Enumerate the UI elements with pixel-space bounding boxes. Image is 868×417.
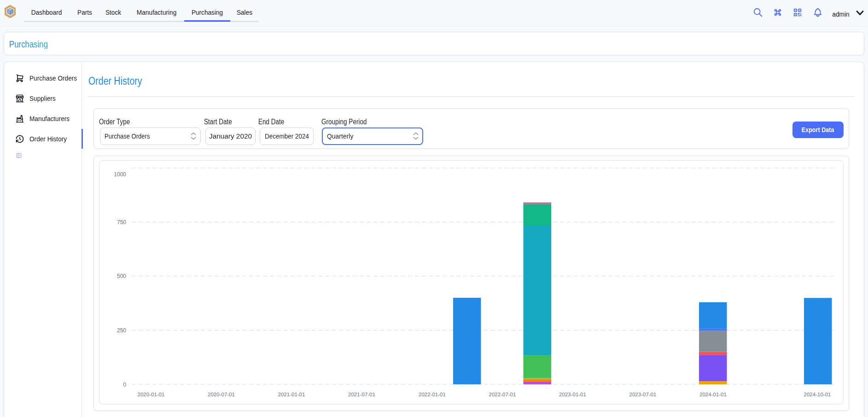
svg-text:2020-01-01: 2020-01-01: [137, 392, 164, 397]
svg-text:2024-01-01: 2024-01-01: [699, 392, 727, 397]
svg-text:2020-07-01: 2020-07-01: [208, 392, 235, 397]
svg-text:2023-07-01: 2023-07-01: [629, 392, 656, 397]
svg-text:2022-07-01: 2022-07-01: [489, 392, 516, 397]
svg-text:2021-01-01: 2021-01-01: [278, 392, 305, 397]
svg-text:750: 750: [117, 219, 126, 226]
svg-text:2021-07-01: 2021-07-01: [348, 392, 375, 397]
svg-text:2022-01-01: 2022-01-01: [419, 392, 446, 397]
svg-text:500: 500: [117, 273, 126, 279]
svg-text:1000: 1000: [114, 171, 126, 178]
svg-text:2023-01-01: 2023-01-01: [559, 392, 586, 397]
svg-text:250: 250: [117, 327, 126, 334]
svg-text:2024-10-01: 2024-10-01: [804, 392, 831, 397]
svg-text:0: 0: [123, 382, 126, 388]
